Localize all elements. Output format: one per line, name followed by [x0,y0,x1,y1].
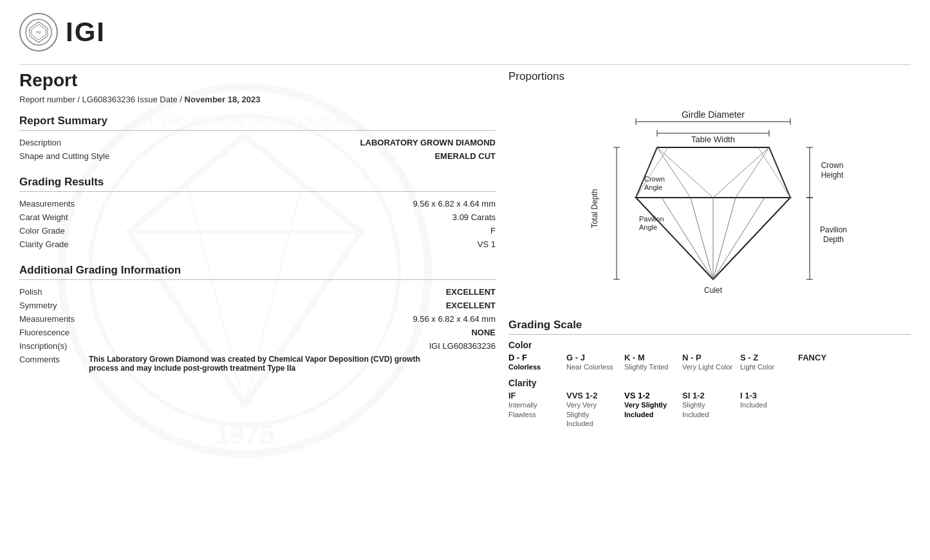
clarity-scale-item: IFInternally Flawless [508,391,566,428]
fluorescence-label: Fluorescence [19,328,122,337]
color-scale-item: FANCY [798,353,856,371]
svg-line-46 [662,198,713,279]
polish-label: Polish [19,287,122,297]
fluorescence-row: Fluorescence NONE [19,326,496,339]
color-scale-item: G - JNear Colorless [566,353,624,371]
clarity-scale-desc: Very Very Slightly Included [566,400,597,428]
svg-text:Pavilion: Pavilion [819,225,846,234]
comments-value: This Laboratory Grown Diamond was create… [89,355,449,373]
scale-desc: Near Colorless [566,362,613,371]
clarity-scale-grade: I 1-3 [740,391,757,400]
clarity-scale-item: I 1-3Included [740,391,798,428]
clarity-grade-row: Clarity Grade VS 1 [19,238,496,251]
svg-text:Culet: Culet [703,286,722,295]
shape-label: Shape and Cutting Style [19,151,122,161]
clarity-scale-item: VS 1-2Very Slightly Included [624,391,682,428]
symmetry-row: Symmetry EXCELLENT [19,299,496,312]
add-measurements-label: Measurements [19,314,122,324]
clarity-scale-item: VVS 1-2Very Very Slightly Included [566,391,624,428]
scale-grade: S - Z [740,353,758,362]
shape-row: Shape and Cutting Style EMERALD CUT [19,149,496,163]
scale-grade: D - F [508,353,527,362]
measurements-value: 9.56 x 6.82 x 4.64 mm [413,199,496,209]
clarity-scale-desc: Slightly Included [682,400,709,419]
fluorescence-value: NONE [471,328,496,337]
report-number-value: LG608363236 [82,95,135,104]
svg-text:Height: Height [821,171,843,180]
clarity-scale-desc: Included [740,400,767,409]
polish-row: Polish EXCELLENT [19,285,496,299]
svg-text:Crown: Crown [821,161,843,170]
clarity-scale-desc: Very Slightly Included [624,400,667,419]
scale-desc: Light Color [740,362,774,371]
svg-text:Crown: Crown [644,175,665,183]
scale-desc: Colorless [508,362,541,371]
svg-text:Depth: Depth [823,235,843,244]
svg-line-41 [736,147,769,198]
header: IGI IGI [19,13,911,51]
svg-text:Pavilion: Pavilion [639,215,664,223]
scale-grade: FANCY [798,353,826,362]
clarity-scale-label: Clarity [508,378,911,388]
color-grade-value: F [490,226,496,236]
comments-row: Comments This Laboratory Grown Diamond w… [19,353,496,375]
inscriptions-value: IGI LG608363236 [429,341,496,351]
clarity-scale-desc: Internally Flawless [508,400,537,419]
color-scale-label: Color [508,340,911,350]
svg-text:Total Depth: Total Depth [590,189,599,229]
clarity-scale-item: SI 1-2Slightly Included [682,391,740,428]
svg-text:Angle: Angle [644,183,662,191]
shape-value: EMERALD CUT [434,151,496,161]
color-grade-label: Color Grade [19,226,122,236]
measurements-label: Measurements [19,199,122,209]
report-summary-title: Report Summary [19,115,496,127]
svg-text:Girdle Diameter: Girdle Diameter [681,109,744,120]
svg-line-39 [769,147,790,198]
description-row: Description LABORATORY GROWN DIAMOND [19,136,496,149]
scale-desc: Very Light Color [682,362,732,371]
igi-wordmark: IGI [66,17,106,48]
inscriptions-label: Inscription(s) [19,341,122,351]
svg-line-42 [657,147,713,198]
report-title: Report [19,70,496,91]
color-scale-item: D - FColorless [508,353,566,371]
svg-text:Table Width: Table Width [691,135,735,144]
svg-line-45 [758,147,790,198]
measurements-row: Measurements 9.56 x 6.82 x 4.64 mm [19,197,496,210]
diamond-diagram: Girdle Diameter Table Width Crown Height [562,89,858,308]
comments-label: Comments [19,355,84,364]
report-meta: Report number / LG608363236 Issue Date /… [19,95,496,104]
color-scale-item: N - PVery Light Color [682,353,740,371]
clarity-scale-row: IFInternally FlawlessVVS 1-2Very Very Sl… [508,391,911,428]
proportions-title: Proportions [508,70,911,83]
scale-desc: Slightly Tinted [624,362,668,371]
clarity-scale-grade: SI 1-2 [682,391,705,400]
clarity-scale-grade: VVS 1-2 [566,391,597,400]
add-measurements-row: Measurements 9.56 x 6.82 x 4.64 mm [19,312,496,326]
grading-scale-title: Grading Scale [508,319,911,331]
clarity-scale-grade: VS 1-2 [624,391,650,400]
svg-line-43 [713,147,769,198]
carat-row: Carat Weight 3.09 Carats [19,210,496,224]
scale-grade: K - M [624,353,645,362]
symmetry-label: Symmetry [19,301,122,310]
inscriptions-row: Inscription(s) IGI LG608363236 [19,339,496,353]
scale-grade: N - P [682,353,702,362]
igi-logo-icon: IGI [19,13,58,51]
clarity-scale-grade: IF [508,391,516,400]
color-scale-item: K - MSlightly Tinted [624,353,682,371]
clarity-grade-value: VS 1 [478,239,496,249]
carat-label: Carat Weight [19,212,122,222]
symmetry-value: EXCELLENT [446,301,496,310]
polish-value: EXCELLENT [446,287,496,297]
color-scale-row: D - FColorlessG - JNear ColorlessK - MSl… [508,353,911,371]
color-scale-item: S - ZLight Color [740,353,798,371]
additional-info-title: Additional Grading Information [19,264,496,277]
description-label: Description [19,138,122,147]
add-measurements-value: 9.56 x 6.82 x 4.64 mm [413,314,496,324]
description-value: LABORATORY GROWN DIAMOND [360,138,496,147]
svg-line-49 [713,198,765,279]
issue-date-value: November 18, 2023 [185,95,261,104]
carat-value: 3.09 Carats [452,212,496,222]
clarity-grade-label: Clarity Grade [19,239,122,249]
